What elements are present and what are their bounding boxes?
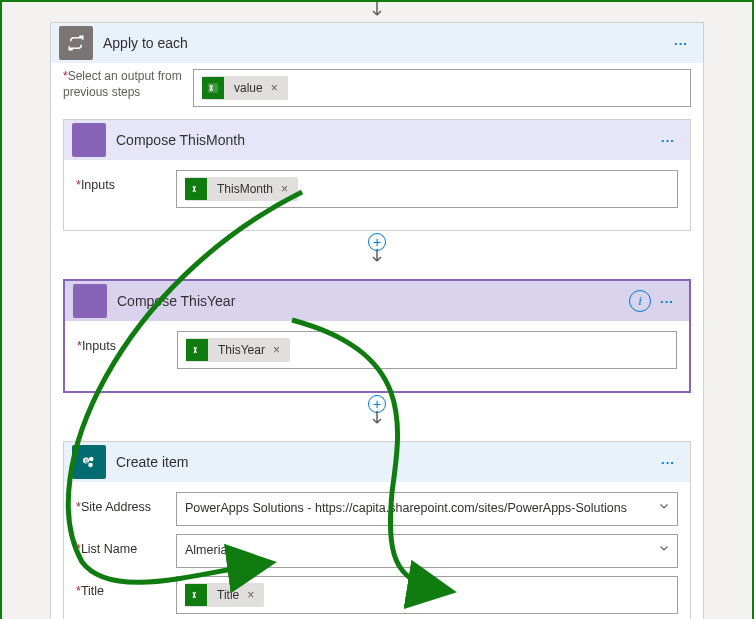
token-title[interactable]: Title × [185,583,264,607]
select-output-label: *Select an output from previous steps [63,69,183,100]
token-thismonth[interactable]: ThisMonth × [185,177,298,201]
create-item-menu[interactable]: ··· [654,455,682,470]
compose-thisyear-menu[interactable]: ··· [653,294,681,309]
svg-point-2 [89,457,94,462]
token-thisyear[interactable]: ThisYear × [186,338,290,362]
select-output-field[interactable]: value × [193,69,691,107]
inputs-label-month: *Inputs [76,170,176,208]
token-value[interactable]: value × [202,76,288,100]
chevron-down-icon[interactable] [657,499,671,519]
compose-thismonth-card: Compose ThisMonth ··· *Inputs ThisMonth [63,119,691,231]
apply-to-each-body: *Select an output from previous steps va… [51,63,703,619]
create-item-title: Create item [116,454,654,470]
arrow-down-icon [370,411,384,427]
svg-text:S: S [85,458,89,464]
token-remove-icon[interactable]: × [277,182,292,196]
token-remove-icon[interactable]: × [267,81,282,95]
compose-thismonth-menu[interactable]: ··· [654,133,682,148]
apply-to-each-menu[interactable]: ··· [667,36,695,51]
apply-to-each-card: Apply to each ··· *Select an output from… [50,22,704,619]
excel-icon [185,178,207,200]
compose-icon [73,284,107,318]
sharepoint-icon: S [72,445,106,479]
apply-to-each-title: Apply to each [103,35,667,51]
insert-step-2: + [63,393,691,429]
compose-thismonth-header[interactable]: Compose ThisMonth ··· [64,120,690,160]
insert-step-1: + [63,231,691,267]
compose-thisyear-header[interactable]: Compose ThisYear i ··· [65,281,689,321]
title-field[interactable]: Title × [176,576,678,614]
compose-thisyear-card: Compose ThisYear i ··· *Inputs ThisYear [63,279,691,393]
excel-icon [185,584,207,606]
site-address-field[interactable]: PowerApps Solutions - https://capita.sha… [176,492,678,526]
inputs-field-month[interactable]: ThisMonth × [176,170,678,208]
create-item-card: S Create item ··· *Site Address PowerApp… [63,441,691,619]
token-remove-icon[interactable]: × [269,343,284,357]
excel-icon [186,339,208,361]
token-remove-icon[interactable]: × [243,588,258,602]
arrow-entry [2,2,752,22]
svg-point-3 [88,463,93,468]
excel-icon [202,77,224,99]
title-label: *Title [76,576,176,614]
inputs-field-year[interactable]: ThisYear × [177,331,677,369]
arrow-down-icon [370,249,384,265]
loop-icon [59,26,93,60]
list-name-field[interactable]: Almeria [176,534,678,568]
apply-to-each-header[interactable]: Apply to each ··· [51,23,703,63]
compose-thismonth-title: Compose ThisMonth [116,132,654,148]
compose-thisyear-title: Compose ThisYear [117,293,629,309]
inputs-label-year: *Inputs [77,331,177,369]
create-item-header[interactable]: S Create item ··· [64,442,690,482]
svg-rect-0 [208,83,219,92]
list-name-label: *List Name [76,534,176,568]
info-icon[interactable]: i [629,290,651,312]
compose-icon [72,123,106,157]
site-address-label: *Site Address [76,492,176,526]
chevron-down-icon[interactable] [657,541,671,561]
